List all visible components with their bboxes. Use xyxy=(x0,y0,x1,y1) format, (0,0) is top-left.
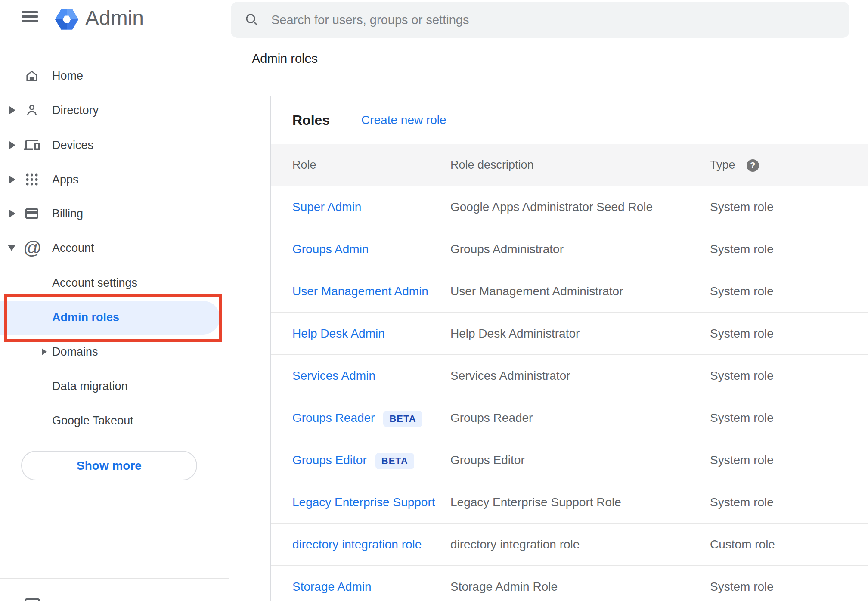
role-type: System role xyxy=(710,481,774,523)
sidebar-item-apps[interactable]: Apps xyxy=(0,162,229,197)
role-link[interactable]: Services Admin xyxy=(292,369,375,382)
role-link[interactable]: Super Admin xyxy=(292,200,361,214)
beta-badge: BETA xyxy=(375,453,414,469)
chevron-down-icon[interactable] xyxy=(8,245,16,251)
chevron-right-icon[interactable] xyxy=(9,210,16,217)
role-description: Storage Admin Role xyxy=(450,566,558,601)
content-divider xyxy=(229,74,868,74)
search-icon xyxy=(245,12,259,27)
role-link[interactable]: Groups Reader xyxy=(292,411,375,424)
role-description: Groups Editor xyxy=(450,439,525,481)
sidebar-item-account[interactable]: @ Account xyxy=(0,231,229,265)
role-link[interactable]: directory integration role xyxy=(292,538,422,551)
role-description: Groups Reader xyxy=(450,397,533,439)
sidebar-item-devices[interactable]: Devices xyxy=(0,128,229,162)
sidebar-item-label: Google Takeout xyxy=(52,414,133,428)
role-type: System role xyxy=(710,439,774,481)
role-link[interactable]: Groups Admin xyxy=(292,242,369,256)
role-type: System role xyxy=(710,313,774,354)
role-link[interactable]: User Management Admin xyxy=(292,285,428,298)
role-description: directory integration role xyxy=(450,524,580,565)
clipped-sidebar-item-icon xyxy=(25,598,40,601)
role-type: System role xyxy=(710,270,774,312)
sidebar-item-billing[interactable]: Billing xyxy=(0,196,229,231)
create-new-role-link[interactable]: Create new role xyxy=(361,96,446,144)
directory-person-icon xyxy=(24,102,40,118)
sidebar-item-domains[interactable]: Domains xyxy=(0,335,229,369)
column-header-role-description: Role description xyxy=(450,144,534,186)
role-description: User Management Administrator xyxy=(450,270,623,312)
table-header-row: Role Role description Type? xyxy=(271,144,868,186)
table-row: Groups Admin Groups Administrator System… xyxy=(271,228,868,270)
column-header-role: Role xyxy=(292,144,316,186)
role-type: System role xyxy=(710,566,774,601)
role-type: Custom role xyxy=(710,524,775,565)
roles-card-header: Roles Create new role xyxy=(271,96,868,144)
role-description: Legacy Enterprise Support Role xyxy=(450,481,621,523)
sidebar-bottom-divider xyxy=(0,578,229,579)
admin-logo-icon xyxy=(54,7,79,32)
beta-badge: BETA xyxy=(383,411,422,427)
billing-card-icon xyxy=(24,206,40,221)
table-row: Super Admin Google Apps Administrator Se… xyxy=(271,186,868,228)
table-row: Storage Admin Storage Admin Role System … xyxy=(271,566,868,601)
role-type: System role xyxy=(710,397,774,439)
sidebar-item-label: Admin roles xyxy=(52,311,119,324)
chevron-right-icon[interactable] xyxy=(9,176,16,183)
sidebar-item-label: Domains xyxy=(52,345,98,359)
table-row: Help Desk Admin Help Desk Administrator … xyxy=(271,313,868,355)
table-row: Groups EditorBETA Groups Editor System r… xyxy=(271,439,868,481)
role-link[interactable]: Storage Admin xyxy=(292,580,372,593)
roles-card: Roles Create new role Role Role descript… xyxy=(270,96,868,601)
chevron-right-icon[interactable] xyxy=(9,141,16,149)
sidebar: Admin Home Directory Devices xyxy=(0,0,229,601)
app-title: Admin xyxy=(85,6,144,30)
apps-grid-icon xyxy=(24,172,40,187)
sidebar-item-label: Home xyxy=(52,69,83,83)
role-type: System role xyxy=(710,228,774,270)
admin-console-page: Admin Home Directory Devices xyxy=(0,0,868,601)
role-description: Groups Administrator xyxy=(450,228,564,270)
table-row: User Management Admin User Management Ad… xyxy=(271,270,868,313)
sidebar-item-label: Account xyxy=(52,242,94,255)
sidebar-item-data-migration[interactable]: Data migration xyxy=(0,369,229,403)
role-link[interactable]: Help Desk Admin xyxy=(292,327,385,340)
devices-icon xyxy=(24,137,40,153)
sidebar-item-label: Data migration xyxy=(52,380,128,393)
search-bar[interactable] xyxy=(231,2,849,38)
table-row: Services Admin Services Administrator Sy… xyxy=(271,355,868,397)
home-icon xyxy=(24,68,40,84)
table-row: Groups ReaderBETA Groups Reader System r… xyxy=(271,397,868,439)
table-row: directory integration role directory int… xyxy=(271,524,868,566)
role-link[interactable]: Legacy Enterprise Support xyxy=(292,496,435,509)
role-link[interactable]: Groups Editor xyxy=(292,453,367,467)
sidebar-item-home[interactable]: Home xyxy=(0,59,229,93)
breadcrumb: Admin roles xyxy=(252,52,318,66)
help-icon[interactable]: ? xyxy=(747,159,759,172)
table-row: Legacy Enterprise Support Legacy Enterpr… xyxy=(271,481,868,524)
account-at-icon: @ xyxy=(23,239,42,257)
sidebar-item-label: Devices xyxy=(52,139,93,152)
sidebar-item-label: Billing xyxy=(52,207,83,220)
sidebar-item-account-settings[interactable]: Account settings xyxy=(0,266,229,300)
sidebar-item-google-takeout[interactable]: Google Takeout xyxy=(0,403,229,438)
role-type: System role xyxy=(710,355,774,397)
hamburger-menu-icon[interactable] xyxy=(22,11,38,22)
column-header-type: Type? xyxy=(710,144,759,186)
show-more-button[interactable]: Show more xyxy=(21,451,197,480)
column-header-type-label: Type xyxy=(710,158,735,171)
sidebar-item-label: Account settings xyxy=(52,276,137,290)
sidebar-item-label: Apps xyxy=(52,173,79,186)
chevron-right-icon[interactable] xyxy=(9,106,16,114)
role-description: Services Administrator xyxy=(450,355,570,397)
roles-table-body: Super Admin Google Apps Administrator Se… xyxy=(271,186,868,601)
role-type: System role xyxy=(710,186,774,228)
role-description: Help Desk Administrator xyxy=(450,313,580,354)
search-input[interactable] xyxy=(271,13,849,27)
sidebar-item-admin-roles[interactable]: Admin roles xyxy=(0,300,229,335)
chevron-right-icon[interactable] xyxy=(42,348,47,355)
role-description: Google Apps Administrator Seed Role xyxy=(450,186,653,228)
card-title: Roles xyxy=(292,96,330,144)
sidebar-item-label: Directory xyxy=(52,104,99,117)
sidebar-item-directory[interactable]: Directory xyxy=(0,93,229,127)
